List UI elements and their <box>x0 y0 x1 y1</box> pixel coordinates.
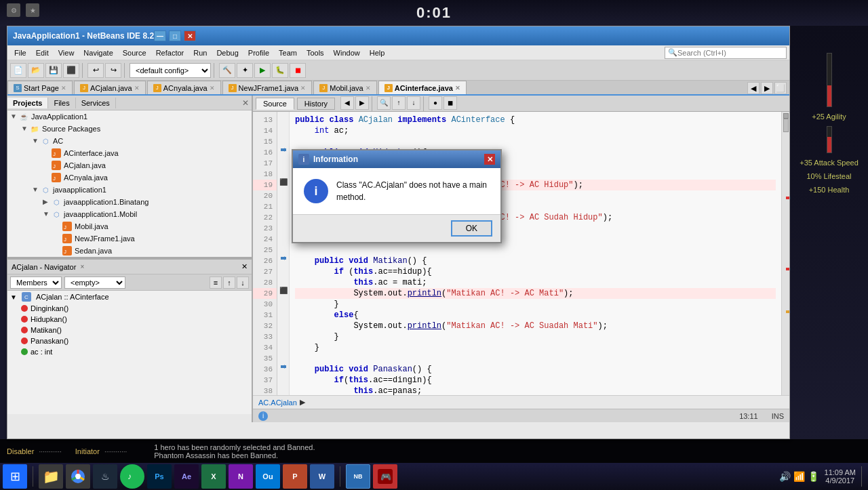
information-dialog: i Information ✕ i Class "AC.ACjalan" doe… <box>292 149 502 243</box>
dialog-ok-button[interactable]: OK <box>451 220 492 237</box>
dialog-message: Class "AC.ACjalan" does not have a main … <box>336 179 490 203</box>
dialog-title-icon: i <box>298 154 309 165</box>
dialog-body: i Class "AC.ACjalan" does not have a mai… <box>293 168 500 214</box>
dialog-footer: OK <box>293 214 500 242</box>
dialog-info-icon: i <box>304 179 328 203</box>
dialog-title-text: Information <box>313 155 358 164</box>
dialog-title-bar: i Information ✕ <box>293 150 500 168</box>
dialog-overlay: i Information ✕ i Class "AC.ACjalan" doe… <box>0 0 868 490</box>
dialog-close-button[interactable]: ✕ <box>484 154 495 165</box>
